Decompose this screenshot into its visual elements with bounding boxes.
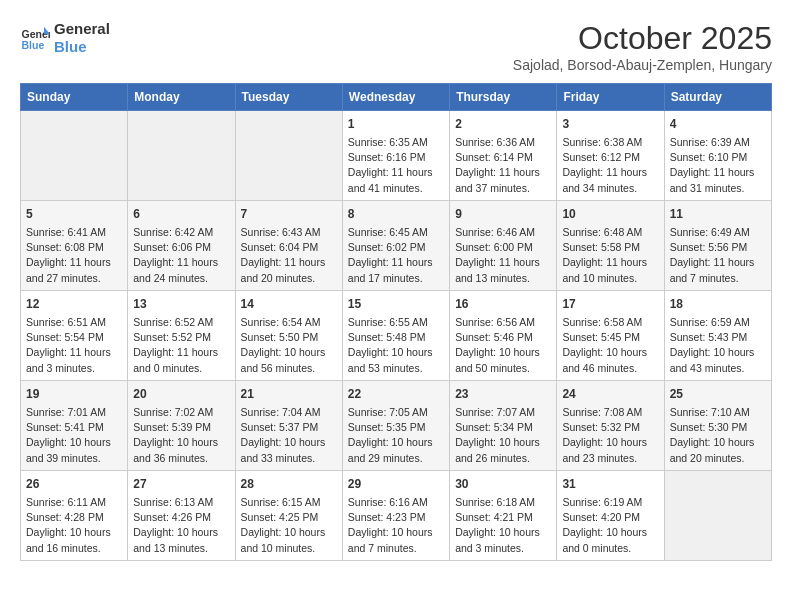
- calendar-cell: 26Sunrise: 6:11 AMSunset: 4:28 PMDayligh…: [21, 471, 128, 561]
- day-info: Sunrise: 6:52 AMSunset: 5:52 PMDaylight:…: [133, 315, 229, 376]
- calendar-table: SundayMondayTuesdayWednesdayThursdayFrid…: [20, 83, 772, 561]
- day-number: 6: [133, 205, 229, 223]
- day-info: Sunrise: 7:04 AMSunset: 5:37 PMDaylight:…: [241, 405, 337, 466]
- calendar-cell: 30Sunrise: 6:18 AMSunset: 4:21 PMDayligh…: [450, 471, 557, 561]
- day-info: Sunrise: 6:18 AMSunset: 4:21 PMDaylight:…: [455, 495, 551, 556]
- svg-text:Blue: Blue: [22, 39, 45, 51]
- header-cell-sunday: Sunday: [21, 84, 128, 111]
- day-number: 16: [455, 295, 551, 313]
- header-cell-tuesday: Tuesday: [235, 84, 342, 111]
- calendar-cell: 21Sunrise: 7:04 AMSunset: 5:37 PMDayligh…: [235, 381, 342, 471]
- calendar-cell: 12Sunrise: 6:51 AMSunset: 5:54 PMDayligh…: [21, 291, 128, 381]
- calendar-cell: 6Sunrise: 6:42 AMSunset: 6:06 PMDaylight…: [128, 201, 235, 291]
- day-number: 11: [670, 205, 766, 223]
- day-number: 12: [26, 295, 122, 313]
- calendar-cell: 5Sunrise: 6:41 AMSunset: 6:08 PMDaylight…: [21, 201, 128, 291]
- header-cell-wednesday: Wednesday: [342, 84, 449, 111]
- calendar-cell: 3Sunrise: 6:38 AMSunset: 6:12 PMDaylight…: [557, 111, 664, 201]
- day-info: Sunrise: 6:45 AMSunset: 6:02 PMDaylight:…: [348, 225, 444, 286]
- header-cell-monday: Monday: [128, 84, 235, 111]
- day-number: 22: [348, 385, 444, 403]
- day-number: 4: [670, 115, 766, 133]
- day-info: Sunrise: 7:10 AMSunset: 5:30 PMDaylight:…: [670, 405, 766, 466]
- day-info: Sunrise: 6:19 AMSunset: 4:20 PMDaylight:…: [562, 495, 658, 556]
- day-info: Sunrise: 6:59 AMSunset: 5:43 PMDaylight:…: [670, 315, 766, 376]
- calendar-cell: 16Sunrise: 6:56 AMSunset: 5:46 PMDayligh…: [450, 291, 557, 381]
- calendar-cell: [664, 471, 771, 561]
- day-number: 29: [348, 475, 444, 493]
- day-info: Sunrise: 6:58 AMSunset: 5:45 PMDaylight:…: [562, 315, 658, 376]
- calendar-cell: 7Sunrise: 6:43 AMSunset: 6:04 PMDaylight…: [235, 201, 342, 291]
- day-number: 7: [241, 205, 337, 223]
- calendar-cell: 20Sunrise: 7:02 AMSunset: 5:39 PMDayligh…: [128, 381, 235, 471]
- calendar-cell: 9Sunrise: 6:46 AMSunset: 6:00 PMDaylight…: [450, 201, 557, 291]
- calendar-week-2: 12Sunrise: 6:51 AMSunset: 5:54 PMDayligh…: [21, 291, 772, 381]
- day-info: Sunrise: 6:16 AMSunset: 4:23 PMDaylight:…: [348, 495, 444, 556]
- day-info: Sunrise: 6:55 AMSunset: 5:48 PMDaylight:…: [348, 315, 444, 376]
- day-info: Sunrise: 6:56 AMSunset: 5:46 PMDaylight:…: [455, 315, 551, 376]
- calendar-week-3: 19Sunrise: 7:01 AMSunset: 5:41 PMDayligh…: [21, 381, 772, 471]
- calendar-cell: 14Sunrise: 6:54 AMSunset: 5:50 PMDayligh…: [235, 291, 342, 381]
- calendar-cell: 22Sunrise: 7:05 AMSunset: 5:35 PMDayligh…: [342, 381, 449, 471]
- day-info: Sunrise: 6:39 AMSunset: 6:10 PMDaylight:…: [670, 135, 766, 196]
- page-header: General Blue General Blue October 2025 S…: [20, 20, 772, 73]
- calendar-week-1: 5Sunrise: 6:41 AMSunset: 6:08 PMDaylight…: [21, 201, 772, 291]
- subtitle: Sajolad, Borsod-Abauj-Zemplen, Hungary: [513, 57, 772, 73]
- calendar-cell: 28Sunrise: 6:15 AMSunset: 4:25 PMDayligh…: [235, 471, 342, 561]
- calendar-cell: [128, 111, 235, 201]
- day-number: 31: [562, 475, 658, 493]
- day-number: 24: [562, 385, 658, 403]
- day-number: 25: [670, 385, 766, 403]
- day-number: 28: [241, 475, 337, 493]
- day-number: 20: [133, 385, 229, 403]
- day-info: Sunrise: 6:43 AMSunset: 6:04 PMDaylight:…: [241, 225, 337, 286]
- day-number: 3: [562, 115, 658, 133]
- day-info: Sunrise: 7:07 AMSunset: 5:34 PMDaylight:…: [455, 405, 551, 466]
- calendar-cell: [235, 111, 342, 201]
- calendar-cell: 10Sunrise: 6:48 AMSunset: 5:58 PMDayligh…: [557, 201, 664, 291]
- day-info: Sunrise: 6:36 AMSunset: 6:14 PMDaylight:…: [455, 135, 551, 196]
- calendar-cell: 18Sunrise: 6:59 AMSunset: 5:43 PMDayligh…: [664, 291, 771, 381]
- day-number: 9: [455, 205, 551, 223]
- day-number: 10: [562, 205, 658, 223]
- calendar-cell: 13Sunrise: 6:52 AMSunset: 5:52 PMDayligh…: [128, 291, 235, 381]
- day-number: 8: [348, 205, 444, 223]
- calendar-cell: [21, 111, 128, 201]
- calendar-week-4: 26Sunrise: 6:11 AMSunset: 4:28 PMDayligh…: [21, 471, 772, 561]
- calendar-cell: 27Sunrise: 6:13 AMSunset: 4:26 PMDayligh…: [128, 471, 235, 561]
- day-info: Sunrise: 7:05 AMSunset: 5:35 PMDaylight:…: [348, 405, 444, 466]
- header-cell-thursday: Thursday: [450, 84, 557, 111]
- title-block: October 2025 Sajolad, Borsod-Abauj-Zempl…: [513, 20, 772, 73]
- calendar-cell: 24Sunrise: 7:08 AMSunset: 5:32 PMDayligh…: [557, 381, 664, 471]
- day-number: 26: [26, 475, 122, 493]
- calendar-cell: 25Sunrise: 7:10 AMSunset: 5:30 PMDayligh…: [664, 381, 771, 471]
- logo-line1: General: [54, 20, 110, 38]
- day-info: Sunrise: 6:42 AMSunset: 6:06 PMDaylight:…: [133, 225, 229, 286]
- day-number: 19: [26, 385, 122, 403]
- calendar-cell: 1Sunrise: 6:35 AMSunset: 6:16 PMDaylight…: [342, 111, 449, 201]
- logo-line2: Blue: [54, 38, 110, 56]
- day-number: 15: [348, 295, 444, 313]
- calendar-cell: 4Sunrise: 6:39 AMSunset: 6:10 PMDaylight…: [664, 111, 771, 201]
- day-number: 27: [133, 475, 229, 493]
- day-info: Sunrise: 6:15 AMSunset: 4:25 PMDaylight:…: [241, 495, 337, 556]
- day-info: Sunrise: 6:49 AMSunset: 5:56 PMDaylight:…: [670, 225, 766, 286]
- header-cell-saturday: Saturday: [664, 84, 771, 111]
- day-info: Sunrise: 6:51 AMSunset: 5:54 PMDaylight:…: [26, 315, 122, 376]
- day-number: 5: [26, 205, 122, 223]
- day-number: 1: [348, 115, 444, 133]
- day-info: Sunrise: 6:38 AMSunset: 6:12 PMDaylight:…: [562, 135, 658, 196]
- calendar-cell: 31Sunrise: 6:19 AMSunset: 4:20 PMDayligh…: [557, 471, 664, 561]
- day-number: 13: [133, 295, 229, 313]
- month-title: October 2025: [513, 20, 772, 57]
- day-info: Sunrise: 6:54 AMSunset: 5:50 PMDaylight:…: [241, 315, 337, 376]
- day-info: Sunrise: 6:13 AMSunset: 4:26 PMDaylight:…: [133, 495, 229, 556]
- calendar-cell: 23Sunrise: 7:07 AMSunset: 5:34 PMDayligh…: [450, 381, 557, 471]
- day-number: 21: [241, 385, 337, 403]
- day-number: 30: [455, 475, 551, 493]
- logo-icon: General Blue: [20, 23, 50, 53]
- day-info: Sunrise: 7:08 AMSunset: 5:32 PMDaylight:…: [562, 405, 658, 466]
- day-info: Sunrise: 6:11 AMSunset: 4:28 PMDaylight:…: [26, 495, 122, 556]
- header-cell-friday: Friday: [557, 84, 664, 111]
- calendar-cell: 2Sunrise: 6:36 AMSunset: 6:14 PMDaylight…: [450, 111, 557, 201]
